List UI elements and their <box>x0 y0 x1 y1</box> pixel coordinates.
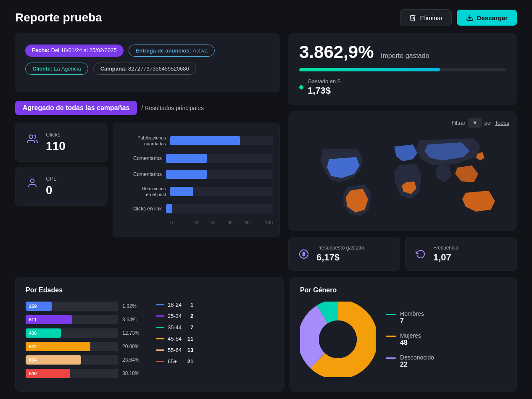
main-content: Fecha: Del 18/01/24 al 25/02/2025 Entreg… <box>0 33 532 277</box>
presupuesto-info: Presupuesto gastado 6,17$ <box>316 245 364 263</box>
kpi-dot <box>299 85 303 89</box>
right-panel: 3.862,9% Importe gastado Gastado en $ 1,… <box>280 33 517 277</box>
cliente-tag: Cliente: La Agencia <box>25 63 88 75</box>
bar-chart-card: Publicacionesguardadas Comentarios Comen… <box>113 123 280 237</box>
bar-row-2: Comentarios <box>120 170 273 179</box>
gender-legend: Hombres 7 Mujeres 48 Desconocido 22 <box>386 310 434 368</box>
info-card: Fecha: Del 18/01/24 al 25/02/2025 Entreg… <box>15 33 280 92</box>
map-filter-row: Filtrar ▼ por Todos <box>296 118 509 128</box>
clicks-info: Clicks 110 <box>46 131 66 153</box>
age-bottom: 259 1.82% 611 3.64% 436 12.73% <box>26 302 273 382</box>
gender-content: Hombres 7 Mujeres 48 Desconocido 22 <box>300 302 506 377</box>
cpl-card: CPL 0 <box>15 167 108 206</box>
stats-chart-row: Clicks 110 CPL 0 <box>15 123 280 237</box>
svg-point-1 <box>29 135 33 139</box>
legend-65plus: 65+ 21 <box>156 358 193 365</box>
frecuencia-info: Frecuencia 1,07 <box>433 245 458 263</box>
section-subtitle: / Resultados principales <box>141 105 204 111</box>
age-bar-row-4: 804 23.64% <box>26 355 143 365</box>
age-legend: 18-24 1 25-34 2 35-44 7 45-54 11 <box>156 302 193 382</box>
section-title-bar: Agregado de todas las campañas / Resulta… <box>15 101 280 115</box>
map-svg-container <box>296 132 509 224</box>
bar-row-1: Comentarios <box>120 154 273 163</box>
trash-icon <box>409 14 416 21</box>
por-label: por <box>485 120 492 126</box>
age-bar-row-3: 922 20.00% <box>26 342 143 351</box>
gender-card: Por Género <box>290 277 517 392</box>
kpi-main-value: 3.862,9% <box>299 42 374 62</box>
age-bar-row-2: 436 12.73% <box>26 328 143 338</box>
todos-label: Todos <box>495 120 509 126</box>
legend-55-64: 55-64 13 <box>156 347 193 353</box>
gender-card-title: Por Género <box>300 286 506 294</box>
header-actions: Eliminar Descargar <box>400 9 517 26</box>
hombres-legend: Hombres 7 <box>386 310 434 325</box>
map-card: Filtrar ▼ por Todos <box>288 111 517 231</box>
bar-chart: Publicacionesguardadas Comentarios Comen… <box>120 131 273 229</box>
age-card: Por Edades 259 1.82% 611 3.64% <box>15 277 284 392</box>
download-button[interactable]: Descargar <box>457 10 517 26</box>
progress-bar-fill <box>299 68 440 71</box>
legend-18-24: 18-24 1 <box>156 302 193 308</box>
legend-35-44: 35-44 7 <box>156 324 193 331</box>
clicks-card: Clicks 110 <box>15 123 108 162</box>
bar-row-3: Reaccionesen el post <box>120 186 273 198</box>
filter-button[interactable]: ▼ <box>468 118 482 128</box>
small-stats-grid: Presupuesto gastado 6,17$ Frecuencia 1,0… <box>288 237 517 271</box>
mujeres-legend: Mujeres 48 <box>386 332 434 346</box>
bottom-section: Por Edades 259 1.82% 611 3.64% <box>0 277 532 399</box>
legend-45-54: 45-54 11 <box>156 336 193 342</box>
age-bar-row-1: 611 3.64% <box>26 315 143 324</box>
header: Reporte prueba Eliminar Descargar <box>0 0 532 33</box>
svg-point-2 <box>31 179 34 183</box>
section-title-badge: Agregado de todas las campañas <box>15 101 137 115</box>
presupuesto-card: Presupuesto gastado 6,17$ <box>288 237 400 271</box>
bar-row-4: Clicks en link <box>120 204 273 213</box>
stat-col: Clicks 110 CPL 0 <box>15 123 108 237</box>
age-bar-row-5: 640 38.18% <box>26 369 143 378</box>
age-bars: 259 1.82% 611 3.64% 436 12.73% <box>26 302 143 378</box>
kpi-main-row: 3.862,9% Importe gastado <box>299 42 506 62</box>
bar-row-0: Publicacionesguardadas <box>120 135 273 147</box>
world-map-svg <box>296 132 509 224</box>
progress-bar <box>299 68 506 71</box>
age-card-title: Por Edades <box>26 286 273 294</box>
refresh-icon <box>414 247 427 261</box>
page-title: Reporte prueba <box>15 11 102 24</box>
dollar-icon <box>297 247 311 261</box>
cpl-info: CPL 0 <box>46 176 56 197</box>
kpi-top-card: 3.862,9% Importe gastado Gastado en $ 1,… <box>288 33 517 105</box>
download-icon <box>466 14 474 21</box>
gender-pie-chart <box>300 302 376 377</box>
kpi-sub-row: Gastado en $ 1,73$ <box>299 78 506 96</box>
age-bar-row-0: 259 1.82% <box>26 302 143 311</box>
clicks-icon <box>25 131 40 147</box>
tags-row-2: Cliente: La Agencia Campaña: 82727737356… <box>25 63 270 75</box>
kpi-sub-info: Gastado en $ 1,73$ <box>308 78 340 96</box>
frecuencia-card: Frecuencia 1,07 <box>405 237 517 271</box>
left-panel: Fecha: Del 18/01/24 al 25/02/2025 Entreg… <box>15 33 280 277</box>
delete-button[interactable]: Eliminar <box>400 9 451 26</box>
fecha-tag: Fecha: Del 18/01/24 al 25/02/2025 <box>25 45 124 57</box>
entrega-tag: Entrega de anuncios: Activa <box>129 45 215 57</box>
campana-tag: Campaña: 82727737356459520680 <box>93 63 196 75</box>
cpl-icon <box>25 176 40 191</box>
svg-point-9 <box>319 320 357 358</box>
bar-axis: 0 20 40 60 80 100 <box>120 220 273 225</box>
legend-25-34: 25-34 2 <box>156 313 193 319</box>
kpi-main-label: Importe gastado <box>381 52 429 59</box>
desconocido-legend: Desconocido 22 <box>386 354 434 368</box>
filter-label: Filtrar <box>451 120 465 126</box>
tags-row-1: Fecha: Del 18/01/24 al 25/02/2025 Entreg… <box>25 45 270 57</box>
